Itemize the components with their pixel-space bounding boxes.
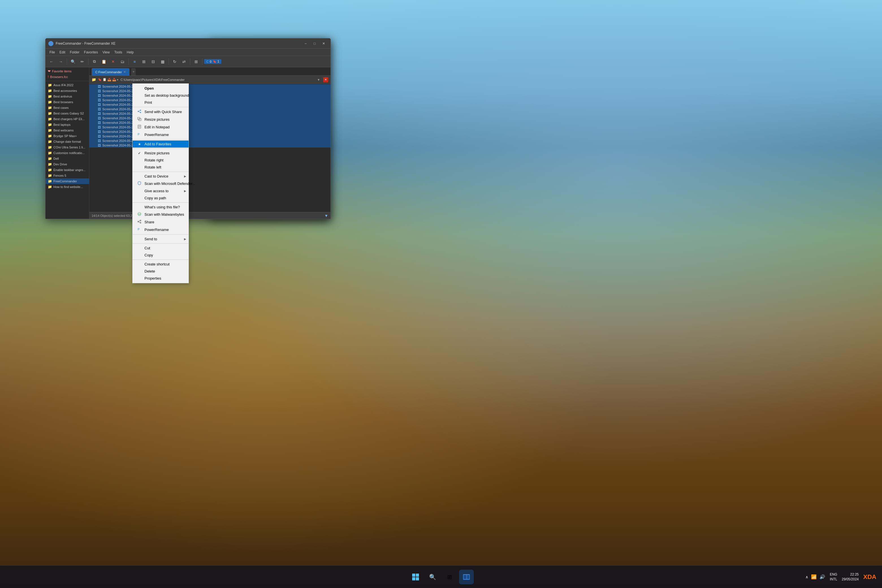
path-close-button[interactable]: ✕	[323, 77, 328, 82]
view-list-button[interactable]: ≡	[130, 58, 139, 66]
sidebar-item-change-date[interactable]: 📁 Change date format	[45, 139, 89, 144]
copy-button[interactable]: ⧉	[90, 58, 99, 66]
tab-freecommander[interactable]: C:FreeCommander ✕	[92, 68, 129, 75]
sidebar-item-brydge[interactable]: 📁 Brydge SP Max+	[45, 133, 89, 139]
tray-volume-icon[interactable]: 🔊	[819, 574, 825, 579]
drive-c-selector[interactable]: C 0 🔖 1	[204, 59, 221, 64]
sidebar-item-dell[interactable]: 📁 Dell	[45, 156, 89, 161]
tray-chevron[interactable]: ∧	[806, 575, 808, 579]
view-large-button[interactable]: ▦	[158, 58, 167, 66]
menu-file[interactable]: File	[47, 50, 57, 55]
view-thumb-button[interactable]: ⊟	[149, 58, 158, 66]
list-item[interactable]: 🖼 Screenshot 2024-05-29 193436.png	[89, 89, 330, 93]
list-item[interactable]: 🖼 Screenshot 2024-05-29 214513.png	[89, 111, 330, 116]
ctx-print[interactable]: Print	[133, 99, 189, 106]
list-item[interactable]: 🖼 Screenshot 2024-05-29 214604.png	[89, 116, 330, 120]
maximize-button[interactable]: □	[310, 41, 319, 46]
list-item[interactable]: 🖼 Screenshot 2024-05-29 215029.png	[89, 129, 330, 134]
menu-folder[interactable]: Folder	[68, 50, 82, 55]
ctx-add-favorites[interactable]: ★ Add to Favorites	[133, 141, 189, 148]
list-item[interactable]: 🖼 Screenshot 2024-05-29 193521.png	[89, 102, 330, 107]
search-taskbar-button[interactable]: 🔍	[425, 570, 440, 584]
sidebar-item-how-to[interactable]: 📁 How to find website...	[45, 184, 89, 190]
sidebar-browsers-fcc[interactable]: ! Browsers.fcc	[45, 74, 89, 80]
sidebar-item-best-cases[interactable]: 📁 Best cases	[45, 105, 89, 111]
back-button[interactable]: ←	[47, 58, 56, 66]
sync-button[interactable]: ⇄	[180, 58, 188, 66]
sidebar-item-best-browsers[interactable]: 📁 Best browsers	[45, 99, 89, 105]
ctx-resize-1[interactable]: Resize pictures	[133, 116, 189, 123]
ctx-rotate-left[interactable]: Rotate left	[133, 164, 189, 171]
list-item[interactable]: 🖼 Screenshot 2024-05-29 193500.png	[89, 98, 330, 102]
list-item[interactable]: 🖼 Screenshot 2024-05-29 215234.png	[89, 143, 330, 148]
ctx-set-desktop[interactable]: Set as desktop background	[133, 92, 189, 99]
ctx-share[interactable]: Share	[133, 218, 189, 226]
tab-close-button[interactable]: ✕	[123, 70, 126, 74]
sidebar-favorite-items[interactable]: ❤ Favorite items	[45, 68, 89, 74]
edit-button[interactable]: ✏	[78, 58, 87, 66]
sidebar-item-best-webcams[interactable]: 📁 Best webcams	[45, 128, 89, 133]
ctx-cut[interactable]: Cut	[133, 244, 189, 252]
list-item[interactable]: 🖼 Screenshot 2024-05-29 193533.png	[89, 107, 330, 111]
sidebar-item-freecommander[interactable]: 📁 FreeCommander	[45, 178, 89, 184]
time-date-display[interactable]: ENG INTL	[830, 572, 837, 582]
list-item[interactable]: 🖼 Screenshot 2024-05-29 193446.png	[89, 93, 330, 98]
list-item[interactable]: 🖼 Screenshot 2024-05-29 215047.png	[89, 134, 330, 138]
sidebar-item-asus-ifa[interactable]: 📁 Asus IFA 2022	[45, 82, 89, 88]
paste-button[interactable]: 📋	[99, 58, 108, 66]
ctx-whats-using[interactable]: What's using this file?	[133, 204, 189, 211]
menu-favorites[interactable]: Favorites	[82, 50, 100, 55]
ctx-scan-defender[interactable]: Scan with Microsoft Defender...	[133, 180, 189, 188]
ctx-power-rename-2[interactable]: P PowerRename	[133, 226, 189, 234]
menu-help[interactable]: Help	[124, 50, 136, 55]
menu-view[interactable]: View	[100, 50, 112, 55]
search-button[interactable]: 🔍	[69, 58, 77, 66]
layout-button[interactable]: ⊞	[192, 58, 200, 66]
ctx-delete[interactable]: Delete	[133, 268, 189, 275]
view-detail-button[interactable]: ⊞	[140, 58, 148, 66]
ctx-send-quick-share[interactable]: Send with Quick Share	[133, 108, 189, 116]
sidebar-item-best-chargers[interactable]: 📁 Best chargers HP Eli...	[45, 116, 89, 122]
ctx-open[interactable]: Open	[133, 85, 189, 92]
widgets-button[interactable]: ⊞	[442, 570, 457, 584]
forward-button[interactable]: →	[57, 58, 65, 66]
sidebar-item-dev-drive[interactable]: 📁 Dev Drive	[45, 161, 89, 167]
list-item[interactable]: 🖼 Screenshot 2024-05-29 214927.png	[89, 120, 330, 125]
sidebar-item-core-ultra[interactable]: 📁 COre Ultra Series 1 li...	[45, 144, 89, 150]
ctx-resize-2[interactable]: ✓ Resize pictures	[133, 150, 189, 157]
ctx-copy-path[interactable]: Copy as path	[133, 195, 189, 201]
list-item[interactable]: 🖼 Screenshot 2024-05-29 193422.png	[89, 84, 330, 89]
start-button[interactable]	[408, 570, 423, 584]
sidebar-item-customize[interactable]: 📁 Customize notificatio...	[45, 150, 89, 156]
ctx-edit-notepad[interactable]: Edit in Notepad	[133, 123, 189, 131]
ctx-power-rename-1[interactable]: P PowerRename	[133, 131, 189, 138]
ctx-give-access[interactable]: Give access to ▶	[133, 188, 189, 195]
list-item[interactable]: 🖼 Screenshot 2024-05-29 215130.png	[89, 138, 330, 143]
sidebar-item-best-cases-galaxy[interactable]: 📁 Best cases Galaxy S2	[45, 111, 89, 116]
close-button[interactable]: ✕	[320, 41, 328, 46]
tray-network-icon[interactable]: 📶	[811, 574, 817, 579]
refresh-button[interactable]: ↻	[171, 58, 179, 66]
sidebar-item-best-antivirus[interactable]: 📁 Best antivirus	[45, 94, 89, 99]
menu-tools[interactable]: Tools	[112, 50, 124, 55]
ctx-scan-malwarebytes[interactable]: M Scan with Malwarebytes	[133, 211, 189, 218]
sidebar-item-best-laptops[interactable]: 📁 Best laptops	[45, 122, 89, 128]
path-expand-button[interactable]: ▼	[316, 77, 321, 82]
delete-button[interactable]: ✕	[109, 58, 117, 66]
file-list[interactable]: 🖼 Screenshot 2024-05-29 193422.png 🖼 Scr…	[89, 84, 330, 212]
ctx-copy[interactable]: Copy	[133, 252, 189, 259]
clock[interactable]: 22:25 29/05/2024	[842, 572, 858, 582]
find-button[interactable]: 🗂	[118, 58, 127, 66]
sidebar-item-fences[interactable]: 📁 Fences 5	[45, 173, 89, 178]
ctx-rotate-right[interactable]: Rotate right	[133, 157, 189, 164]
list-item[interactable]: 🖼 Screenshot 2024-05-29 214956.png	[89, 125, 330, 129]
minimize-button[interactable]: –	[302, 41, 309, 46]
new-tab-button[interactable]: +	[131, 68, 136, 75]
taskbar-freecommander-icon[interactable]	[459, 570, 474, 584]
ctx-properties[interactable]: Properties	[133, 275, 189, 282]
ctx-cast-device[interactable]: Cast to Device ▶	[133, 173, 189, 180]
menu-edit[interactable]: Edit	[57, 50, 68, 55]
sidebar-item-best-accessories[interactable]: 📁 Best accessories	[45, 88, 89, 94]
sidebar-item-enable-taskbar[interactable]: 📁 Enable taskbar ungro...	[45, 167, 89, 173]
ctx-send-to[interactable]: Send to ▶	[133, 236, 189, 243]
